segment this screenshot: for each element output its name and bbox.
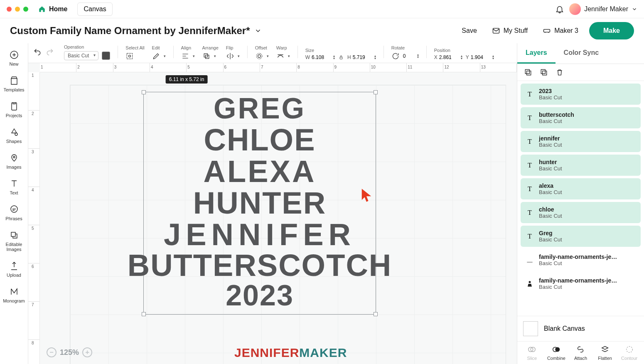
sidebar-images[interactable]: Images — [0, 150, 28, 173]
sidebar-phrases[interactable]: Phrases — [0, 201, 28, 224]
rotate-icon[interactable] — [391, 52, 400, 60]
combine-button[interactable]: Combine — [545, 345, 568, 361]
zoom-in-button[interactable]: + — [82, 347, 92, 357]
attach-label: Attach — [574, 356, 587, 361]
rotate-input[interactable] — [403, 53, 415, 59]
handle-se[interactable] — [374, 312, 378, 316]
height-input[interactable] — [353, 54, 373, 60]
handle-nw[interactable] — [142, 90, 146, 94]
projects-icon — [9, 101, 19, 111]
sidebar-editable[interactable]: Editable Images — [0, 227, 28, 255]
width-input[interactable] — [312, 54, 332, 60]
height-field[interactable]: H▴▾ — [347, 54, 376, 60]
height-stepper[interactable]: ▴▾ — [374, 55, 376, 60]
sidebar-projects[interactable]: Projects — [0, 98, 28, 121]
arrange-icon[interactable] — [202, 52, 211, 60]
layer-item[interactable]: TGregBasic Cut — [521, 226, 641, 247]
warp-label: Warp — [276, 45, 287, 50]
sidebar-shapes[interactable]: Shapes — [0, 124, 28, 147]
sidebar-new[interactable]: New — [0, 47, 28, 70]
flip-icon[interactable] — [226, 52, 234, 60]
edit-icon[interactable] — [152, 52, 160, 60]
layer-name: hunter — [539, 159, 562, 165]
sidebar-text[interactable]: Text — [0, 175, 28, 199]
handle-ne[interactable] — [374, 90, 378, 94]
text-layer-icon: T — [526, 138, 534, 146]
y-stepper[interactable]: ▴▾ — [492, 55, 494, 60]
align-icon[interactable] — [181, 52, 189, 60]
make-label: Make — [603, 27, 620, 34]
select-all-icon[interactable] — [125, 52, 134, 60]
blank-canvas-row[interactable]: Blank Canvas — [517, 316, 644, 341]
operation-group: Operation Basic Cut — [64, 44, 110, 60]
save-button[interactable]: Save — [457, 24, 481, 38]
handle-sw[interactable] — [142, 312, 146, 316]
notifications-icon[interactable] — [555, 5, 564, 14]
x-input[interactable] — [439, 54, 459, 60]
lock-icon[interactable] — [338, 54, 344, 60]
design-mat[interactable]: 6.11 in x 5.72 in GREG CHLOE ALEXA HUNTE… — [70, 85, 506, 364]
tab-layers[interactable]: Layers — [517, 43, 556, 64]
rotate-stepper[interactable]: ▴▾ — [417, 54, 419, 59]
warp-icon[interactable] — [276, 52, 285, 60]
text-butterscotch[interactable]: BUTTERSCOTCH — [128, 252, 392, 280]
layer-item[interactable]: TbutterscotchBasic Cut — [521, 107, 641, 128]
undo-icon[interactable] — [33, 48, 42, 56]
tab-canvas[interactable]: Canvas — [77, 2, 112, 16]
x-field[interactable]: X▴▾ — [434, 54, 462, 60]
svg-point-4 — [15, 133, 17, 135]
group-select-icon[interactable] — [524, 68, 532, 76]
zoom-level: 125% — [60, 348, 79, 357]
zoom-out-button[interactable]: − — [47, 347, 57, 357]
duplicate-icon[interactable] — [540, 68, 548, 76]
text-chloe[interactable]: CHLOE — [204, 126, 316, 154]
attach-button[interactable]: Attach — [569, 345, 592, 361]
sidebar-templates[interactable]: Templates — [0, 72, 28, 96]
user-menu[interactable]: Jennifer Maker — [569, 3, 637, 15]
sidebar-label: Projects — [6, 113, 22, 118]
close-window-dot[interactable] — [7, 7, 12, 12]
my-stuff-button[interactable]: My Stuff — [488, 23, 532, 38]
layer-item[interactable]: family-name-ornaments-je…Basic Cut — [521, 273, 641, 294]
y-field[interactable]: Y▴▾ — [466, 54, 494, 60]
rotate-field[interactable]: ▴▾ — [403, 53, 419, 59]
home-button[interactable]: Home — [33, 3, 72, 15]
tab-color-sync[interactable]: Color Sync — [556, 43, 607, 64]
width-stepper[interactable]: ▴▾ — [333, 55, 335, 60]
text-greg[interactable]: GREG — [214, 96, 306, 122]
fullscreen-window-dot[interactable] — [23, 7, 28, 12]
text-jennifer[interactable]: JENNIFER — [164, 221, 356, 249]
layer-item[interactable]: T2023Basic Cut — [521, 84, 641, 105]
x-stepper[interactable]: ▴▾ — [461, 55, 462, 60]
ruler-vertical: 12345678 — [28, 72, 40, 364]
minimize-window-dot[interactable] — [15, 7, 20, 12]
text-2023[interactable]: 2023 — [226, 283, 294, 309]
svg-point-5 — [13, 156, 15, 158]
redo-icon[interactable] — [46, 48, 54, 56]
text-alexa[interactable]: ALEXA — [204, 158, 316, 186]
canvas-area[interactable]: 12345678910111213 12345678 6.11 in x 5.7… — [28, 63, 517, 364]
text-hunter[interactable]: HUNTER — [193, 189, 326, 217]
delete-icon[interactable] — [556, 68, 564, 76]
layer-item[interactable]: family-name-ornaments-je…Basic Cut — [521, 249, 641, 271]
make-button[interactable]: Make — [589, 22, 634, 39]
layer-item[interactable]: ThunterBasic Cut — [521, 155, 641, 176]
flatten-label: Flatten — [598, 356, 612, 361]
sidebar-monogram[interactable]: Monogram — [0, 283, 28, 307]
layer-item[interactable]: TalexaBasic Cut — [521, 178, 641, 199]
layer-item[interactable]: TjenniferBasic Cut — [521, 131, 641, 152]
sidebar-upload[interactable]: Upload — [0, 258, 28, 281]
blank-canvas-swatch — [523, 321, 538, 336]
flatten-button[interactable]: Flatten — [593, 345, 617, 361]
combine-icon — [552, 345, 561, 354]
y-input[interactable] — [471, 54, 491, 60]
operation-select[interactable]: Basic Cut — [64, 51, 98, 60]
machine-button[interactable]: Maker 3 — [538, 23, 583, 38]
project-title[interactable]: Custom Family Name Ornament by JenniferM… — [10, 25, 262, 37]
layer-item[interactable]: TchloeBasic Cut — [521, 202, 641, 223]
text-layer-icon: T — [526, 232, 534, 241]
width-field[interactable]: W▴▾ — [305, 54, 335, 60]
color-swatch[interactable] — [102, 52, 110, 60]
offset-icon[interactable] — [255, 52, 263, 60]
selection-box[interactable]: GREG CHLOE ALEXA HUNTER JENNIFER BUTTERS… — [143, 92, 376, 315]
